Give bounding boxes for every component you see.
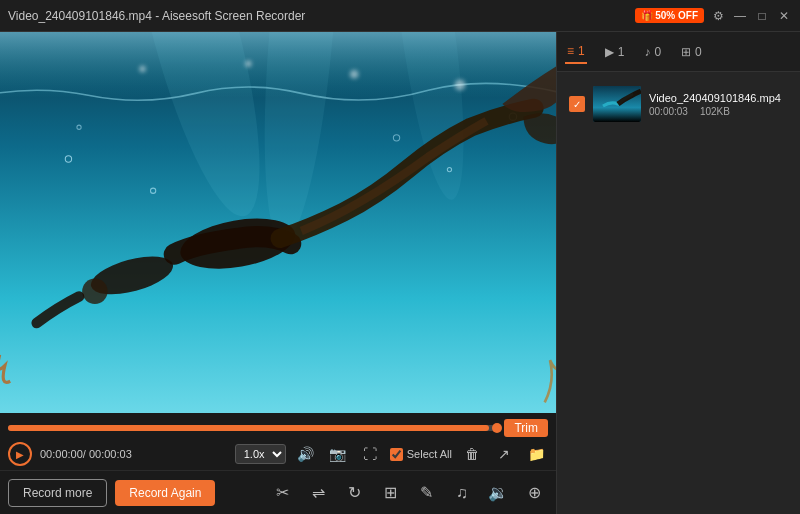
maximize-button[interactable]: □ bbox=[754, 8, 770, 24]
tab-audio-icon: ♪ bbox=[644, 45, 650, 59]
file-info: Video_240409101846.mp4 00:00:03 102KB bbox=[649, 92, 788, 117]
list-item[interactable]: ✓ bbox=[565, 80, 792, 128]
split-button[interactable]: ⇌ bbox=[304, 479, 332, 507]
time-display: 00:00:00/ 00:00:03 bbox=[40, 448, 132, 460]
progress-thumb bbox=[492, 423, 502, 433]
tab-audio-count: 0 bbox=[654, 45, 661, 59]
merge-button[interactable]: ⊞ bbox=[376, 479, 404, 507]
record-more-button[interactable]: Record more bbox=[8, 479, 107, 507]
rotate-icon: ↻ bbox=[348, 483, 361, 502]
tab-audio[interactable]: ♪ 0 bbox=[642, 41, 663, 63]
file-size: 102KB bbox=[700, 106, 730, 117]
speed-select[interactable]: 1.0x 0.5x 1.5x 2.0x bbox=[235, 444, 286, 464]
video-player: › bbox=[0, 32, 556, 413]
file-name: Video_240409101846.mp4 bbox=[649, 92, 788, 104]
more-button[interactable]: ⊕ bbox=[520, 479, 548, 507]
tab-video-icon: ≡ bbox=[567, 44, 574, 58]
play-icon: ▶ bbox=[16, 449, 24, 460]
svg-point-14 bbox=[350, 70, 358, 78]
controls-bar: Trim ▶ 00:00:00/ 00:00:03 1.0x 0.5x 1.5x… bbox=[0, 413, 556, 470]
panel-tabs: ≡ 1 ▶ 1 ♪ 0 ⊞ 0 bbox=[557, 32, 800, 72]
video-frame: › bbox=[0, 32, 556, 413]
merge-icon: ⊞ bbox=[384, 483, 397, 502]
select-all-label[interactable]: Select All bbox=[390, 448, 452, 461]
select-all-text: Select All bbox=[407, 448, 452, 460]
rotate-button[interactable]: ↻ bbox=[340, 479, 368, 507]
svg-rect-4 bbox=[0, 32, 556, 98]
file-meta: 00:00:03 102KB bbox=[649, 106, 788, 117]
fullscreen-icon: ⛶ bbox=[363, 446, 377, 462]
volume-button[interactable]: 🔊 bbox=[294, 442, 318, 466]
progress-fill bbox=[8, 425, 489, 431]
app-title: Video_240409101846.mp4 - Aiseesoft Scree… bbox=[8, 9, 305, 23]
svg-point-13 bbox=[82, 279, 107, 304]
export-button[interactable]: ↗ bbox=[492, 442, 516, 466]
progress-row: Trim bbox=[8, 419, 548, 437]
minimize-icon: — bbox=[734, 9, 746, 23]
select-all-checkbox[interactable] bbox=[390, 448, 403, 461]
video-area: › Trim ▶ 00:00:00/ 00:00:03 bbox=[0, 32, 556, 514]
maximize-icon: □ bbox=[758, 9, 765, 23]
audio-edit-button[interactable]: ♫ bbox=[448, 479, 476, 507]
settings-button[interactable]: ⚙ bbox=[710, 8, 726, 24]
progress-track[interactable] bbox=[8, 425, 498, 431]
tab-image-count: 0 bbox=[695, 45, 702, 59]
split-icon: ⇌ bbox=[312, 483, 325, 502]
folder-icon: 📁 bbox=[528, 446, 545, 462]
close-icon: ✕ bbox=[779, 9, 789, 23]
annotate-button[interactable]: ✎ bbox=[412, 479, 440, 507]
annotate-icon: ✎ bbox=[420, 483, 433, 502]
cut-button[interactable]: ✂ bbox=[268, 479, 296, 507]
trim-button[interactable]: Trim bbox=[504, 419, 548, 437]
titlebar-left: Video_240409101846.mp4 - Aiseesoft Scree… bbox=[8, 9, 305, 23]
audio-edit-icon: ♫ bbox=[456, 484, 468, 502]
snapshot-button[interactable]: 📷 bbox=[326, 442, 350, 466]
action-bar: Record more Record Again ✂ ⇌ ↻ ⊞ ✎ ♫ 🔉 ⊕ bbox=[0, 470, 556, 514]
tab-video-count: 1 bbox=[578, 44, 585, 58]
snapshot-icon: 📷 bbox=[329, 446, 346, 462]
file-thumbnail bbox=[593, 86, 641, 122]
titlebar: Video_240409101846.mp4 - Aiseesoft Scree… bbox=[0, 0, 800, 32]
folder-button[interactable]: 📁 bbox=[524, 442, 548, 466]
time-current: 00:00:00 bbox=[40, 448, 83, 460]
gift-icon: 🎁 bbox=[641, 10, 653, 21]
promo-badge[interactable]: 🎁 50% OFF bbox=[635, 8, 704, 23]
volume-edit-button[interactable]: 🔉 bbox=[484, 479, 512, 507]
cut-icon: ✂ bbox=[276, 483, 289, 502]
delete-icon: 🗑 bbox=[465, 446, 479, 462]
settings-icon: ⚙ bbox=[713, 9, 724, 23]
tab-image-icon: ⊞ bbox=[681, 45, 691, 59]
tab-video[interactable]: ≡ 1 bbox=[565, 40, 587, 64]
tab-play[interactable]: ▶ 1 bbox=[603, 41, 627, 63]
right-panel: ≡ 1 ▶ 1 ♪ 0 ⊞ 0 ✓ bbox=[556, 32, 800, 514]
promo-text: 50% OFF bbox=[655, 10, 698, 21]
delete-button[interactable]: 🗑 bbox=[460, 442, 484, 466]
export-icon: ↗ bbox=[498, 446, 510, 462]
titlebar-right: 🎁 50% OFF ⚙ — □ ✕ bbox=[635, 8, 792, 24]
volume-edit-icon: 🔉 bbox=[488, 483, 508, 502]
playback-row: ▶ 00:00:00/ 00:00:03 1.0x 0.5x 1.5x 2.0x… bbox=[8, 442, 548, 466]
time-total: 00:00:03 bbox=[89, 448, 132, 460]
svg-point-15 bbox=[245, 61, 251, 67]
file-checkbox[interactable]: ✓ bbox=[569, 96, 585, 112]
play-button[interactable]: ▶ bbox=[8, 442, 32, 466]
tab-image[interactable]: ⊞ 0 bbox=[679, 41, 704, 63]
tab-play-icon: ▶ bbox=[605, 45, 614, 59]
tab-play-count: 1 bbox=[618, 45, 625, 59]
more-icon: ⊕ bbox=[528, 483, 541, 502]
close-button[interactable]: ✕ bbox=[776, 8, 792, 24]
svg-point-16 bbox=[455, 80, 466, 91]
minimize-button[interactable]: — bbox=[732, 8, 748, 24]
record-again-button[interactable]: Record Again bbox=[115, 480, 215, 506]
fullscreen-button[interactable]: ⛶ bbox=[358, 442, 382, 466]
panel-content: ✓ bbox=[557, 72, 800, 514]
file-duration: 00:00:03 bbox=[649, 106, 688, 117]
main-layout: › Trim ▶ 00:00:00/ 00:00:03 bbox=[0, 32, 800, 514]
volume-icon: 🔊 bbox=[297, 446, 314, 462]
svg-point-17 bbox=[139, 66, 145, 72]
